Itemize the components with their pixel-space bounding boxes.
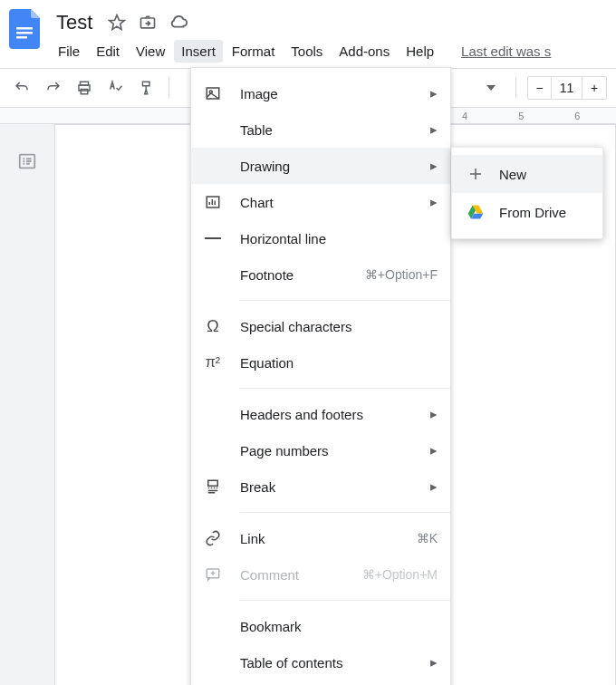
toolbar-separator: [515, 77, 516, 99]
menu-shortcut: ⌘+Option+F: [365, 267, 438, 282]
menu-divider: [240, 300, 450, 301]
menu-label: Headers and footers: [240, 407, 412, 422]
toolbar-separator: [168, 77, 169, 99]
menu-label: Image: [240, 86, 412, 101]
break-icon: [204, 478, 222, 496]
blank-icon: [204, 617, 222, 635]
svg-rect-13: [208, 480, 218, 486]
menu-bar: File Edit View Insert Format Tools Add-o…: [51, 38, 616, 68]
menu-item-drawing[interactable]: Drawing ▸: [191, 148, 450, 184]
omega-icon: Ω: [204, 317, 222, 335]
menu-item-chart[interactable]: Chart ▸: [191, 184, 450, 220]
dropdown-arrow-icon[interactable]: [477, 74, 505, 101]
menu-item-special-characters[interactable]: Ω Special characters: [191, 308, 450, 344]
print-icon[interactable]: [72, 74, 97, 101]
menu-label: Break: [240, 479, 412, 495]
submenu-item-from-drive[interactable]: From Drive: [452, 193, 602, 231]
menu-item-toc[interactable]: Table of contents ▸: [191, 644, 450, 680]
outline-icon[interactable]: [14, 148, 41, 175]
font-size-control: − 11 +: [527, 76, 607, 100]
chevron-right-icon: ▸: [430, 121, 438, 138]
ruler-mark: 4: [462, 111, 467, 121]
chevron-right-icon: ▸: [430, 478, 438, 495]
svg-rect-1: [16, 32, 33, 34]
ruler-mark: 5: [518, 111, 524, 121]
menu-file[interactable]: File: [51, 40, 87, 63]
menu-format[interactable]: Format: [225, 40, 283, 63]
chevron-right-icon: ▸: [430, 85, 438, 101]
last-edit-link[interactable]: Last edit was s: [461, 43, 551, 59]
comment-icon: [204, 565, 222, 584]
chevron-right-icon: ▸: [430, 406, 438, 422]
menu-label: Page numbers: [240, 443, 412, 458]
image-icon: [204, 84, 222, 102]
blank-icon: [204, 265, 222, 284]
menu-label: Equation: [240, 355, 438, 371]
font-size-increase[interactable]: +: [582, 77, 606, 99]
menu-divider: [240, 388, 450, 389]
cloud-icon[interactable]: [167, 11, 190, 34]
menu-divider: [240, 512, 450, 513]
drawing-submenu: New From Drive: [451, 147, 603, 239]
menu-addons[interactable]: Add-ons: [332, 40, 397, 63]
ruler-mark: 6: [574, 111, 580, 121]
plus-icon: [467, 165, 485, 183]
blank-icon: [204, 157, 222, 175]
chart-icon: [204, 193, 222, 211]
drive-icon: [467, 203, 485, 221]
chevron-right-icon: ▸: [430, 442, 438, 458]
menu-item-image[interactable]: Image ▸: [191, 75, 450, 111]
menu-item-table[interactable]: Table ▸: [191, 111, 450, 148]
chevron-right-icon: ▸: [430, 654, 438, 671]
submenu-item-new[interactable]: New: [452, 155, 602, 193]
menu-label: Bookmark: [240, 619, 438, 634]
menu-label: Link: [240, 531, 399, 546]
menu-item-break[interactable]: Break ▸: [191, 468, 450, 505]
menu-item-headers-footers[interactable]: Headers and footers ▸: [191, 396, 450, 432]
menu-view[interactable]: View: [129, 40, 172, 63]
menu-item-link[interactable]: Link ⌘K: [191, 520, 450, 556]
menu-label: From Drive: [499, 205, 588, 220]
chevron-right-icon: ▸: [430, 194, 438, 210]
chevron-right-icon: ▸: [430, 158, 438, 174]
redo-icon[interactable]: [40, 74, 65, 101]
blank-icon: [204, 121, 222, 139]
pi-icon: π²: [204, 353, 222, 371]
menu-item-footnote[interactable]: Footnote ⌘+Option+F: [191, 256, 450, 293]
menu-item-comment: Comment ⌘+Option+M: [191, 556, 450, 593]
document-title[interactable]: Test: [51, 11, 98, 34]
menu-item-page-numbers[interactable]: Page numbers ▸: [191, 432, 450, 468]
docs-logo[interactable]: [7, 7, 43, 51]
blank-icon: [204, 653, 222, 671]
menu-label: Table: [240, 122, 412, 138]
menu-divider: [240, 600, 450, 601]
menu-edit[interactable]: Edit: [89, 40, 127, 63]
star-icon[interactable]: [105, 11, 129, 34]
line-icon: [204, 229, 222, 247]
menu-label: Table of contents: [240, 655, 412, 671]
font-size-decrease[interactable]: −: [528, 77, 552, 99]
menu-insert[interactable]: Insert: [174, 40, 223, 63]
blank-icon: [204, 405, 222, 423]
menu-shortcut: ⌘+Option+M: [362, 567, 438, 582]
move-icon[interactable]: [136, 11, 159, 34]
paint-format-icon[interactable]: [134, 74, 159, 101]
svg-rect-2: [16, 36, 27, 39]
menu-shortcut: ⌘K: [417, 531, 438, 545]
menu-item-horizontal-line[interactable]: Horizontal line: [191, 220, 450, 256]
svg-rect-0: [16, 27, 33, 30]
menu-item-equation[interactable]: π² Equation: [191, 344, 450, 381]
font-size-value[interactable]: 11: [552, 77, 582, 99]
menu-tools[interactable]: Tools: [284, 40, 330, 63]
blank-icon: [204, 441, 222, 459]
menu-label: Horizontal line: [240, 231, 438, 246]
menu-label: Special characters: [240, 319, 438, 334]
menu-help[interactable]: Help: [399, 40, 441, 63]
undo-icon[interactable]: [9, 74, 34, 101]
svg-rect-7: [142, 82, 149, 86]
menu-label: New: [499, 167, 588, 182]
insert-dropdown: Image ▸ Table ▸ Drawing ▸ Chart ▸ Horizo…: [190, 67, 451, 685]
menu-item-bookmark[interactable]: Bookmark: [191, 608, 450, 644]
menu-label: Comment: [240, 567, 344, 583]
spellcheck-icon[interactable]: [102, 74, 128, 101]
